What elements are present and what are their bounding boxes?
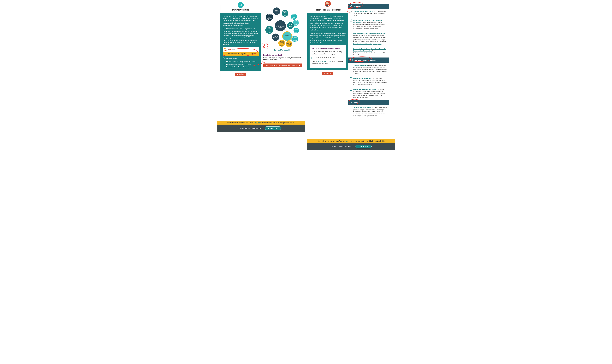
- learn-more-box: Learn More ⤓ Download Parent Programs At…: [223, 47, 259, 56]
- quick-bar: Already know what you need? QUICK Links: [307, 143, 395, 150]
- external-icon: [350, 89, 352, 91]
- ready-section: Ready to get started? Dating Matters par…: [263, 54, 303, 60]
- external-icon: [350, 33, 352, 35]
- survey-bar: We would love to hear from you! Take our…: [307, 139, 395, 143]
- screen1-panel: Parent Programs Parents have a crucial r…: [220, 5, 305, 78]
- go-back-button[interactable]: ❮ Go Back: [235, 73, 246, 76]
- go-back-button[interactable]: ❮ Go Back: [322, 72, 333, 75]
- ready-heading: Ready to get started?: [263, 54, 302, 56]
- link[interactable]: Program Facilitator Training Manual: [353, 89, 376, 90]
- survey-link[interactable]: survey: [255, 122, 260, 124]
- external-icon: [350, 48, 352, 50]
- bubble: Youth Programs: [287, 22, 294, 29]
- bubble: Parents Matter! for Dating Matters 6th G…: [292, 36, 298, 42]
- bubble: i2i What R U Looking 4?Youth Communicati…: [265, 26, 273, 34]
- learn-facilitator-button[interactable]: Learn more about Parent Program Facilita…: [263, 64, 302, 67]
- chevron-right-icon: ❯: [299, 65, 300, 66]
- quick-label: Already know what you need?: [331, 146, 352, 147]
- howto-item: Program Facilitator Training Manual This…: [348, 87, 389, 100]
- bubble-highlight: Parent Programs: [282, 31, 292, 41]
- tools-header: Tools: [348, 100, 389, 105]
- list-item: Dating Matters for Parents (7th Grade): [226, 63, 259, 65]
- external-icon: [350, 107, 352, 109]
- howto-item: Program Facilitator Training This requir…: [348, 76, 389, 87]
- link[interactable]: Program Facilitator Training: [353, 78, 371, 79]
- flag-start-icon: [350, 10, 352, 13]
- p2: Parent program facilitators should have …: [309, 32, 346, 44]
- material-item: Families for Safe Dates: Implementation …: [348, 46, 389, 57]
- bubble: Capacity Assessment and Planning Tool: [266, 13, 273, 21]
- quick-bar: Already know what you need? QUICK Links: [217, 125, 305, 132]
- quick-links-button[interactable]: QUICK Links: [355, 145, 372, 148]
- link[interactable]: Families for Safe Dates (for parents of …: [353, 33, 386, 34]
- bubble: Dating Matters 6th Grade: [291, 13, 297, 20]
- quick-links-button[interactable]: QUICK Links: [265, 126, 281, 130]
- material-item: Parent Programs At-A-Glance Learn more a…: [348, 9, 389, 18]
- screen1-teal: Parents have a crucial role to play in p…: [220, 13, 261, 71]
- are-you-heading: Are YOU a Parent Program Facilitator?: [311, 47, 344, 50]
- link[interactable]: Public Health Foundation in English or S…: [353, 43, 381, 45]
- bubble-diagram: Guide to Using Indicator Data Interactiv…: [263, 7, 303, 46]
- bubble: Dating Matters for Parents 7th Grade: [286, 40, 293, 47]
- screen1-left: Parent Programs Parents have a crucial r…: [220, 5, 261, 78]
- are-you-box: Are YOU a Parent Program Facilitator? Al…: [309, 45, 346, 68]
- p2: The skills parents learn in these progra…: [223, 28, 259, 46]
- programs-list: Parents Matter! for Dating Matters (6th …: [223, 61, 259, 68]
- material-item: Parent Program Facilitator Guides and Pa…: [348, 18, 389, 31]
- are-you-p1: All of the Materials, How-To Guides, Tra…: [311, 51, 344, 55]
- howto-item: Training for Educators This 1-hour train…: [348, 63, 389, 76]
- bubble: Training for Educators: [272, 34, 279, 41]
- howto-header: How-To Guides and Training: [348, 57, 389, 63]
- download-button[interactable]: ⤓ Download Parent Programs At-A-Glance: [223, 52, 259, 56]
- tools-item: Team Up! for Dating Matters This online …: [348, 105, 389, 118]
- materials-icon: [350, 5, 353, 8]
- coach-link[interactable]: Dating Matters Coach: [318, 61, 332, 62]
- magnifier-icon: [224, 48, 226, 51]
- link[interactable]: Team Up! for Dating Matters: [353, 107, 371, 108]
- facilitator-icon: [325, 1, 331, 7]
- parent-icon: [238, 2, 244, 8]
- list-item: Families for Safe Dates (8th Grade): [226, 66, 259, 68]
- svg-point-0: [240, 3, 240, 4]
- external-icon: [350, 64, 352, 66]
- survey-link[interactable]: survey: [346, 140, 350, 142]
- learn-more-row[interactable]: Learn More: [223, 47, 259, 52]
- p1: Parent program facilitators deliver Dati…: [309, 15, 346, 31]
- flag-icon: [311, 57, 314, 59]
- bubble-center: DATINGMATTERSA Comprehensive Model to Pr…: [275, 20, 286, 31]
- p1: Parents have a crucial role to play in p…: [223, 15, 259, 26]
- learn-more-label: Learn More: [227, 48, 235, 51]
- external-icon: [350, 78, 352, 79]
- screen2-panel: Parent Program Facilitator Parent progra…: [307, 4, 392, 118]
- survey-bar: We would love to hear from you! Take our…: [217, 121, 305, 125]
- materials-header: Materials: [348, 4, 389, 9]
- programs-include: The programs include:: [223, 57, 259, 59]
- bubble: Safe Dates 8th Grade: [293, 28, 299, 33]
- material-item: Families for Safe Dates (for parents of …: [348, 31, 389, 46]
- link[interactable]: Training for Educators: [353, 64, 368, 66]
- ask-coach: Ask your Dating Matters Coach for access…: [311, 60, 344, 65]
- external-icon: [350, 20, 352, 22]
- screen2-teal: Parent program facilitators deliver Dati…: [307, 13, 348, 70]
- bubble: Interactive Guide to Informing Policy: [282, 10, 288, 17]
- pdf-link[interactable]: Download Accessible PDF: [274, 49, 292, 51]
- bubble: Families for Safe Dates 8th Grade: [278, 40, 285, 47]
- list-item: Parents Matter! for Dating Matters (6th …: [226, 61, 259, 63]
- tools-icon: [350, 102, 353, 104]
- bubble: Guide to Using Indicator Data: [273, 7, 280, 15]
- link[interactable]: Parent Programs At-A-Glance: [354, 11, 373, 12]
- svg-point-4: [328, 3, 329, 4]
- svg-point-1: [241, 4, 241, 5]
- diagram-col: Guide to Using Indicator Data Interactiv…: [261, 5, 305, 78]
- quick-label: Already know what you need?: [240, 127, 262, 129]
- start-here-text: Start where you see this icon.: [316, 56, 335, 59]
- guides-icon: [350, 59, 353, 61]
- ready-text: Dating Matters parent programs are led b…: [263, 57, 302, 60]
